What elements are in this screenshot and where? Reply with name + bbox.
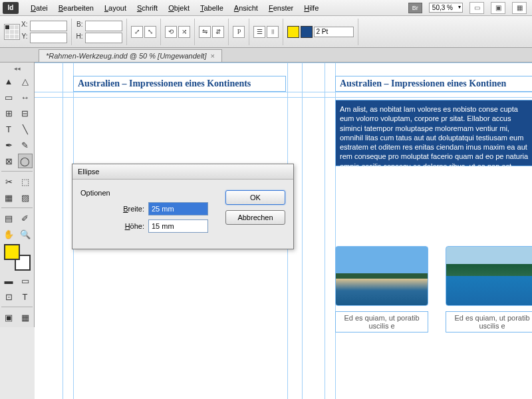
title-text-left: Australien – Impressionen eines Kontinen… (78, 78, 251, 88)
app-logo: Id (3, 2, 19, 14)
width-input[interactable] (148, 202, 208, 215)
fill-stroke-proxy[interactable] (4, 244, 31, 271)
tab-title: *Rahmen-Werkzeug.indd @ 50 % [Umgewandel… (46, 52, 206, 60)
apply-gradient-icon[interactable]: ▭ (18, 273, 33, 288)
height-label: Höhe: (114, 222, 144, 230)
rotate-icon[interactable]: ⟲ (165, 26, 177, 38)
normal-view-icon[interactable]: ▣ (1, 310, 16, 325)
menu-schrift[interactable]: Schrift (132, 2, 163, 14)
zoom-tool[interactable]: 🔍 (18, 227, 33, 241)
formatting-container-icon[interactable]: ⊡ (1, 289, 16, 304)
menu-fenster[interactable]: Fenster (263, 2, 299, 14)
caption-2: Ed es quiam, ut poratib uscilis e (446, 311, 532, 332)
ellipse-tool[interactable]: ◯ (18, 154, 33, 168)
fill-color[interactable] (4, 244, 20, 260)
formatting-text-icon[interactable]: T (18, 289, 33, 304)
tab-close-icon[interactable]: × (210, 52, 214, 60)
free-transform-tool[interactable]: ⬚ (18, 174, 33, 189)
content-placer-tool[interactable]: ⊟ (18, 106, 33, 120)
width-label: Breite: (114, 205, 144, 213)
menu-hilfe[interactable]: Hilfe (299, 2, 324, 14)
pen-tool[interactable]: ✒ (1, 138, 16, 152)
page-tool[interactable]: ▭ (1, 90, 16, 104)
menu-bearbeiten[interactable]: Bearbeiten (53, 2, 99, 14)
view-mode-icon[interactable]: ▭ (469, 2, 484, 14)
stroke-swatch[interactable] (301, 26, 313, 38)
screen-mode-icon[interactable]: ▣ (491, 2, 505, 14)
body-text-frame: Am alist, as nobitat lam volores es nobi… (335, 100, 532, 166)
bridge-badge[interactable]: Br (408, 3, 422, 13)
menu-tabelle[interactable]: Tabelle (195, 2, 229, 14)
control-bar: X: Y: B: H: ⤢ ⤡ ⟲ ⤨ ⇋ ⇵ P ☰ ⦀ (0, 16, 532, 48)
link-badge-icon: ⊂⊃ (487, 246, 497, 248)
flip-v-icon[interactable]: ⇵ (212, 26, 224, 38)
pencil-tool[interactable]: ✎ (18, 138, 33, 152)
stroke-weight-field[interactable] (314, 27, 354, 37)
scale-y-icon[interactable]: ⤡ (144, 26, 156, 38)
cancel-button[interactable]: Abbrechen (225, 210, 285, 225)
gradient-feather-tool[interactable]: ▨ (18, 190, 33, 205)
x-label: X: (21, 21, 27, 31)
selection-tool[interactable]: ▲ (1, 74, 16, 88)
hand-tool[interactable]: ✋ (1, 227, 16, 241)
page-title-right: Australien – Impressionen eines Kontinen (335, 76, 532, 92)
line-tool[interactable]: ╲ (18, 122, 33, 136)
arrange-icon[interactable]: ▦ (512, 2, 527, 14)
gradient-swatch-tool[interactable]: ▦ (1, 190, 16, 205)
distribute-icon[interactable]: ⦀ (267, 26, 279, 38)
height-input[interactable] (148, 219, 208, 233)
type-tool[interactable]: T (1, 122, 16, 136)
w-field[interactable] (85, 21, 122, 31)
caption-1: Ed es quiam, ut poratib uscilis e (335, 311, 428, 332)
h-field[interactable] (85, 33, 122, 43)
direct-selection-tool[interactable]: △ (18, 74, 33, 88)
body-text: Am alist, as nobitat lam volores es nobi… (340, 105, 531, 237)
y-label: Y: (21, 33, 27, 43)
w-label: B: (76, 21, 82, 31)
h-label: H: (76, 33, 82, 43)
document-tab-bar: *Rahmen-Werkzeug.indd @ 50 % [Umgewandel… (0, 48, 532, 63)
image-frame-2[interactable]: ⊂⊃ (446, 246, 532, 306)
menu-datei[interactable]: Datei (25, 2, 53, 14)
document-tab[interactable]: *Rahmen-Werkzeug.indd @ 50 % [Umgewandel… (39, 49, 222, 62)
ellipse-dialog: Ellipse Optionen Breite: Höhe: OK Abbrec… (72, 164, 294, 249)
menu-layout[interactable]: Layout (99, 2, 132, 14)
gap-tool[interactable]: ↔ (18, 90, 33, 104)
dialog-title: Ellipse (72, 164, 293, 180)
image-frame-1[interactable]: ⊂⊃ (335, 246, 428, 306)
tool-panel: ◂◂ ▲ △ ▭ ↔ ⊞ ⊟ T ╲ ✒ ✎ ⊠ ◯ ✂ ⬚ ▦ ▨ ▤ ✐ ✋… (0, 63, 35, 327)
zoom-level[interactable]: 50,3 % (429, 3, 463, 13)
options-label: Optionen (80, 189, 212, 197)
x-field[interactable] (30, 21, 67, 31)
menu-bar: Id Datei Bearbeiten Layout Schrift Objek… (0, 0, 532, 16)
menu-objekt[interactable]: Objekt (163, 2, 195, 14)
panel-collapse-icon[interactable]: ◂◂ (1, 65, 33, 72)
eyedropper-tool[interactable]: ✐ (18, 211, 33, 225)
note-tool[interactable]: ▤ (1, 211, 16, 225)
fill-swatch[interactable] (287, 26, 299, 38)
scissors-tool[interactable]: ✂ (1, 174, 16, 189)
preview-view-icon[interactable]: ▦ (18, 310, 33, 325)
reference-point[interactable] (4, 24, 20, 40)
rectangle-frame-tool[interactable]: ⊠ (1, 154, 16, 168)
title-text-right: Australien – Impressionen eines Kontinen (340, 78, 506, 88)
content-collector-tool[interactable]: ⊞ (1, 106, 16, 120)
align-icon[interactable]: ☰ (253, 26, 265, 38)
scale-x-icon[interactable]: ⤢ (131, 26, 143, 38)
paragraph-style-icon[interactable]: P (233, 26, 245, 38)
flip-h-icon[interactable]: ⇋ (199, 26, 211, 38)
y-field[interactable] (30, 33, 67, 43)
menu-ansicht[interactable]: Ansicht (229, 2, 263, 14)
page-title-left: Australien – Impressionen eines Kontinen… (73, 76, 286, 92)
shear-icon[interactable]: ⤨ (178, 26, 190, 38)
link-badge-icon: ⊂⊃ (376, 246, 387, 248)
ok-button[interactable]: OK (225, 190, 285, 205)
apply-color-icon[interactable]: ▬ (1, 273, 16, 288)
